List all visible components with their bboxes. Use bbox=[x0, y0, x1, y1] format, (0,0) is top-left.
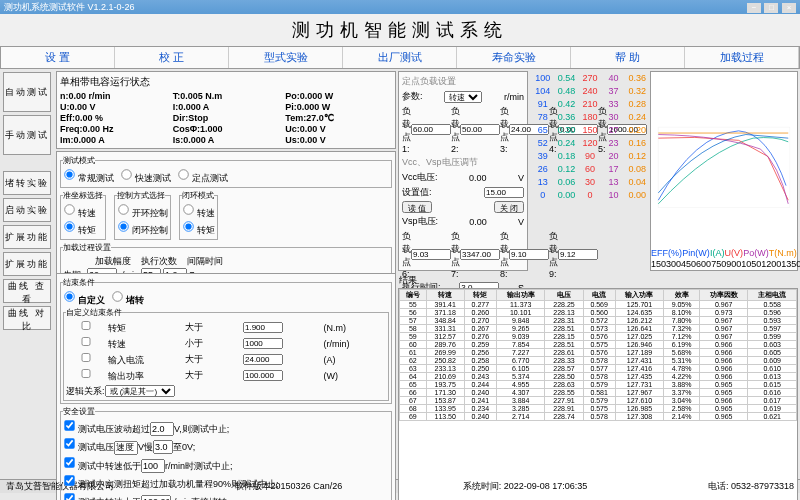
window-controls: − □ × bbox=[746, 2, 796, 13]
tab-auto-test[interactable]: 自动测试 bbox=[3, 72, 51, 112]
param-select[interactable]: 转速 bbox=[444, 91, 482, 103]
menu-6[interactable]: 加载过程 bbox=[685, 47, 799, 68]
left-btn-0[interactable]: 堵转实验 bbox=[3, 171, 51, 195]
left-btn-2[interactable]: 扩展功能 bbox=[3, 225, 51, 249]
menu-2[interactable]: 型式实验 bbox=[229, 47, 343, 68]
table-row[interactable]: 61269.990.2567.227228.610.576127.1895.68… bbox=[400, 349, 797, 357]
table-row[interactable]: 62250.820.2586.770228.330.578127.4315.31… bbox=[400, 357, 797, 365]
endcond-stall[interactable] bbox=[112, 291, 122, 301]
tab-manual-test[interactable]: 手动测试 bbox=[3, 115, 51, 155]
table-row[interactable]: 59312.570.2769.039228.150.576127.0257.12… bbox=[400, 333, 797, 341]
bottom-left-panel: 结束条件 自定义 堵转 自定义结束条件 转矩大于(N.m)转速小于(r/min)… bbox=[56, 273, 396, 500]
minimize-icon[interactable]: − bbox=[747, 3, 761, 13]
menu-1[interactable]: 校 正 bbox=[115, 47, 229, 68]
read-btn[interactable]: 读 值 bbox=[402, 201, 432, 213]
mid-panel: 定点负载设置 参数:转速r/min 负载点1:负载点2:负载点3:负载点4:负载… bbox=[398, 71, 528, 271]
table-row[interactable]: 57348.840.2709.848228.310.572126.2127.80… bbox=[400, 317, 797, 325]
table-row[interactable]: 66171.300.2404.307228.550.581127.9673.37… bbox=[400, 389, 797, 397]
status-header: 单相带电容运行状态 bbox=[60, 75, 392, 89]
window-title: 测功机系统测试软件 V1.2.1-0-26 bbox=[4, 1, 135, 14]
close-icon[interactable]: × bbox=[782, 3, 796, 13]
top-menu: 设 置校 正型式实验出厂测试寿命实验帮 助加载过程 bbox=[0, 46, 800, 69]
app-title: 测功机智能测试系统 bbox=[0, 14, 800, 46]
endcond-custom[interactable] bbox=[64, 291, 74, 301]
close-btn[interactable]: 关 闭 bbox=[494, 201, 524, 213]
table-row[interactable]: 64210.690.2435.374228.500.578127.4354.22… bbox=[400, 373, 797, 381]
menu-5[interactable]: 帮 助 bbox=[571, 47, 685, 68]
table-row[interactable]: 65193.750.2444.955228.630.579127.7313.88… bbox=[400, 381, 797, 389]
table-row[interactable]: 56371.180.26010.101228.130.560124.6358.1… bbox=[400, 309, 797, 317]
chart-area: 1503004506007509001050120013501500 EFF(%… bbox=[650, 71, 798, 271]
table-row[interactable]: 69113.500.2402.714228.740.578127.3082.14… bbox=[400, 413, 797, 421]
table-row[interactable]: 68133.950.2343.285228.910.575126.9852.58… bbox=[400, 405, 797, 413]
left-sidebar: 自动测试 手动测试 堵转实验启动实验扩展功能扩展功能曲线 查看曲线 对比 bbox=[0, 69, 54, 479]
table-row[interactable]: 60289.760.2597.854228.510.575126.9466.19… bbox=[400, 341, 797, 349]
status-panel: 单相带电容运行状态 n:0.00 r/minT:0.005 N.mPo:0.00… bbox=[56, 71, 396, 149]
table-row[interactable]: 55391.410.27711.373228.250.569125.7019.0… bbox=[400, 301, 797, 309]
set-value-input[interactable] bbox=[484, 187, 524, 198]
maximize-icon[interactable]: □ bbox=[764, 3, 778, 13]
logic-relation[interactable]: 或 (满足其一) bbox=[105, 385, 175, 397]
left-btn-1[interactable]: 启动实验 bbox=[3, 198, 51, 222]
results-header: 结果 bbox=[398, 273, 798, 288]
menu-3[interactable]: 出厂测试 bbox=[343, 47, 457, 68]
table-row[interactable]: 58331.310.2679.265228.510.573126.6417.32… bbox=[400, 325, 797, 333]
menu-0[interactable]: 设 置 bbox=[1, 47, 115, 68]
left-btn-3[interactable]: 扩展功能 bbox=[3, 252, 51, 276]
left-btn-5[interactable]: 曲线 对比 bbox=[3, 306, 51, 330]
left-btn-4[interactable]: 曲线 查看 bbox=[3, 279, 51, 303]
table-row[interactable]: 63233.130.2506.105228.570.577127.4164.78… bbox=[400, 365, 797, 373]
menu-4[interactable]: 寿命实验 bbox=[457, 47, 571, 68]
results-table[interactable]: 编号转速转矩输出功率电压电流输入功率效率功率因数主相电流55391.410.27… bbox=[398, 288, 798, 500]
table-row[interactable]: 67153.870.2413.884227.910.579127.6103.04… bbox=[400, 397, 797, 405]
